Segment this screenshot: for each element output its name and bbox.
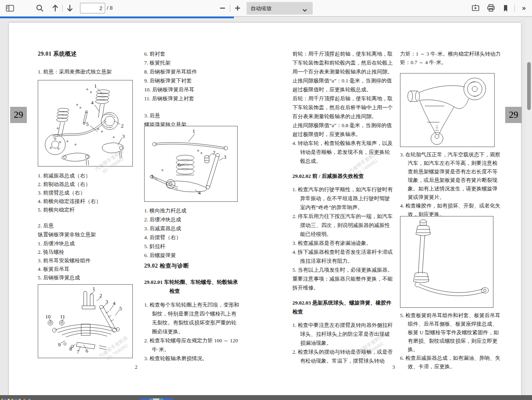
toolbar-separator bbox=[230, 5, 230, 12]
paragraph: 1. 检查每个车轮轮圈上有无凹痕，变形和裂纹，特别是要注意四个螺栓孔上有无裂纹。… bbox=[144, 301, 240, 336]
page-number-right: 3 bbox=[392, 364, 395, 370]
diagram-callout: 2 bbox=[121, 123, 124, 129]
text-column: 1. 检查每个车轮轮圈上有无凹痕，变形和裂纹，特别是要注意四个螺栓孔上有无裂纹。… bbox=[144, 301, 240, 363]
diagram-callout: 8 bbox=[69, 346, 72, 352]
zoom-in-button[interactable] bbox=[232, 2, 243, 14]
parts-list-leaf2: 6. 前衬套7. 板簧托架8. 后钢板弹簧吊耳组件9. 后钢板弹簧下衬套10. … bbox=[144, 50, 197, 103]
paragraph: 力矩：1 ～ 3 牛·米。横向稳定杆球头转动力矩：0.7 ～ 4 牛·米。 bbox=[400, 50, 501, 67]
parts-list-item: 5. 后钢板弹簧总成 bbox=[38, 273, 91, 282]
subsection-heading-line1: 29.02.01 车轮轮圈、车轮螺母、轮毂轴承 bbox=[144, 278, 242, 287]
diagram-callout: 5 bbox=[151, 173, 154, 180]
toolbar-separator bbox=[515, 5, 515, 12]
subsection-heading: 29.02.01 车轮轮圈、车轮螺母、轮毂轴承 检查 bbox=[144, 278, 242, 296]
paragraph: 2. 停车后用力往下按压汽车的一端，如汽车摆动三、四次，则说明减振器的减振性能已… bbox=[292, 212, 393, 239]
parts-list-coil: 1. 横向推力杆总成2. 后缓冲块总成3. 后减震器总成4. 后摆臂（右）5. … bbox=[144, 206, 186, 260]
bookmark-button[interactable] bbox=[500, 2, 511, 14]
taskbar-segment bbox=[153, 398, 159, 400]
paragraph: 后轮：用千斤顶撑起后轴，使车轮离地，取下车轮装饰盖，然后在后桥半轴中上用一个百分… bbox=[292, 94, 393, 121]
zoom-out-button[interactable] bbox=[217, 2, 228, 14]
pdf-viewer-app: { "toolbar": { "page_value": "2", "page_… bbox=[0, 0, 532, 400]
page-count-label: / 8 bbox=[107, 5, 112, 11]
toolbar: / 8 自动缩放 bbox=[0, 0, 532, 17]
paragraph: 4. 拆下减振器检查时是否发生活塞杆卡滞或推拉活塞杆没有阻力。 bbox=[292, 248, 393, 266]
parts-list-item: 10. 后钢板弹簧后吊耳 bbox=[144, 85, 197, 94]
zoom-level-select[interactable]: 自动缩放 bbox=[247, 2, 313, 15]
paragraph: 1. 检查中要注意左右摆臂及转向器外侧拉杆球头、拉杆球头上的防尘罩是否出现破损漏… bbox=[292, 321, 393, 348]
paragraph: 6. 检查后减振器总成，如有漏油、异响、失效、卡滞，应更换。 bbox=[400, 354, 501, 371]
stabilizer-link-diagram bbox=[400, 216, 493, 308]
text-column: 5. 检查板簧前吊耳组件和衬套、板簧后吊耳组件、后吊耳侧板、板簧座焊接总成、板簧… bbox=[400, 311, 501, 371]
next-page-button[interactable] bbox=[64, 2, 76, 14]
parts-list-item: 3. 后减震器总成 bbox=[144, 224, 186, 233]
more-tools-button[interactable]: » bbox=[518, 2, 530, 14]
diagram-callout: 4 bbox=[198, 190, 201, 196]
loading-progress-bar bbox=[0, 17, 234, 18]
section-heading: 29.02.02 前 / 后减振器失效检查 bbox=[292, 172, 393, 181]
chapter-tab-left: 29 bbox=[10, 107, 27, 123]
paragraph: 1. 前悬：采用麦弗逊式独立悬架 bbox=[38, 67, 112, 76]
diagram-callout: 3 bbox=[122, 133, 125, 140]
text-column: 3. 在轮胎气压正常，汽车空载状态下，观察汽车，如汽车左右不等高，则要注意检查前… bbox=[400, 150, 501, 218]
scrollbar-thumb[interactable] bbox=[527, 62, 531, 110]
page-number-left: 2 bbox=[135, 364, 138, 370]
parts-list-item: 6. 后螺旋弹簧 bbox=[144, 251, 186, 260]
paragraph: 5. 当有以上几项发生时，必须更换减振器。 bbox=[292, 266, 393, 275]
coil-rear-suspension-diagram: 123654 bbox=[144, 126, 238, 202]
toolbar-separator bbox=[62, 5, 63, 12]
diagram-callout: 2 bbox=[213, 149, 216, 156]
printer-icon bbox=[487, 4, 495, 12]
section-heading: 29.02 检查与诊断 bbox=[144, 262, 189, 270]
diagram-callout: 1 bbox=[192, 128, 195, 134]
search-button[interactable] bbox=[34, 2, 45, 14]
chapter-tab-right: 29 bbox=[505, 107, 522, 123]
parts-list-item: 5. 斜拉杆 bbox=[144, 242, 186, 251]
parts-list-item: 6. 前衬套 bbox=[144, 50, 197, 58]
diagram-callout: 4 bbox=[113, 300, 116, 307]
diagram-callout: 5 bbox=[119, 305, 122, 312]
paragraph: 5. 检查板簧前吊耳组件和衬套、板簧后吊耳组件、后吊耳侧板、板簧座焊接总成、板簧… bbox=[400, 311, 501, 354]
presentation-mode-button[interactable] bbox=[470, 2, 481, 14]
parts-list-item: 1. 前减振器总成（右） bbox=[38, 171, 101, 180]
paragraph: 2. 检查球头的摆动与转动是否顺畅，或是否有松动现象。常温下，摆臂球头转动 bbox=[292, 348, 393, 365]
subsection-subtitle: 纵置钢板弹簧非独立悬架 bbox=[38, 230, 96, 239]
section-heading: 29.02.03 悬架系统球头、螺旋弹簧、橡胶件检查 bbox=[292, 298, 393, 316]
diagram-callout: 4 bbox=[91, 99, 94, 106]
diagram-callout: 6 bbox=[86, 348, 89, 354]
viewer-area: 29.01 系统概述 1. 前悬：采用麦弗逊式独立悬架 bbox=[0, 18, 532, 395]
leaf-spring-diagram: 1234510119876 bbox=[38, 284, 133, 358]
parts-list-item: 1. 后缓冲块总成 bbox=[38, 239, 91, 248]
parts-list-item: 5. 前横向稳定杆 bbox=[38, 205, 101, 214]
sidebar-toggle-button[interactable] bbox=[4, 2, 15, 14]
paragraph: 止推间隙极限值“a”：0.8 毫米，当测得的值超过极限值时，应更换轴承。 bbox=[292, 121, 393, 139]
parts-list-item: 2. 骑马螺栓 bbox=[38, 248, 91, 256]
paragraph: 2. 检查车轮螺母应在规定力矩 100 ～ 120 牛·米。 bbox=[144, 336, 240, 354]
subsection-title: 3. 后悬 bbox=[144, 111, 160, 120]
front-suspension-diagram: 14523 bbox=[38, 80, 133, 166]
section-heading: 29.01 系统概述 bbox=[38, 50, 77, 58]
sidebar-toggle-icon bbox=[6, 4, 14, 12]
diagram-callout: 7 bbox=[77, 349, 80, 355]
paragraph: 3. 检查减振器是否有渗漏油迹象。 bbox=[292, 239, 393, 248]
page-number-input[interactable] bbox=[80, 3, 105, 13]
minus-icon bbox=[219, 5, 226, 11]
zoom-level-value: 自动缩放 bbox=[251, 5, 272, 12]
parts-list-item: 11. 后钢板弹簧上衬套 bbox=[144, 94, 197, 103]
diagram-callout: 10 bbox=[45, 314, 51, 320]
taskbar-segment bbox=[163, 398, 173, 400]
previous-page-button[interactable] bbox=[50, 2, 61, 14]
paragraph: 3. 检查轮毂轴承磨损情况。 bbox=[144, 354, 240, 363]
parts-list-item: 2. 后缓冲块总成 bbox=[144, 215, 186, 224]
print-button[interactable] bbox=[485, 2, 497, 14]
diagram-callout: 3 bbox=[224, 154, 227, 160]
parts-list-item: 2. 前制动器总成（右） bbox=[38, 180, 101, 188]
control-arm-diagram bbox=[400, 73, 495, 147]
diagram-callout: 9 bbox=[58, 342, 61, 348]
vertical-scrollbar[interactable] bbox=[526, 18, 532, 395]
diagram-callout: 6 bbox=[178, 162, 181, 168]
parts-list-item: 8. 后钢板弹簧吊耳组件 bbox=[144, 67, 197, 76]
diagram-callout: 1 bbox=[93, 285, 95, 292]
parts-list-item: 4. 后摆臂（右） bbox=[144, 233, 186, 242]
double-chevron-icon: » bbox=[522, 4, 526, 12]
subsection-heading-line2: 检查 bbox=[144, 287, 242, 296]
parts-list-leaf: 1. 后缓冲块总成2. 骑马螺栓3. 前吊耳安装螺栓组件4. 板簧后吊耳5. 后… bbox=[38, 239, 91, 282]
